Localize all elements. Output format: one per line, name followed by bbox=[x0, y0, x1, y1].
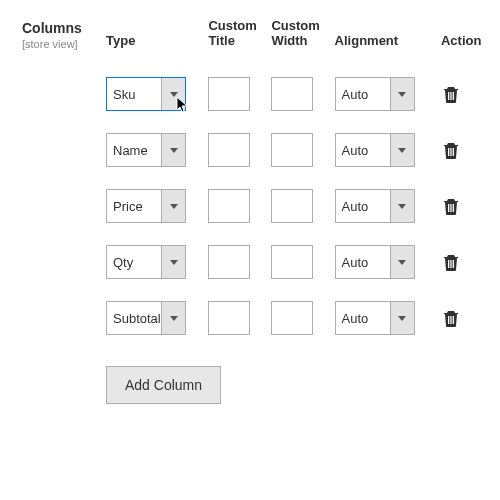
alignment-select-value: Auto bbox=[336, 190, 390, 222]
alignment-select[interactable]: Auto bbox=[335, 189, 415, 223]
mouse-cursor bbox=[176, 96, 190, 114]
type-select[interactable]: Price bbox=[106, 189, 186, 223]
svg-rect-3 bbox=[448, 148, 449, 156]
alignment-select[interactable]: Auto bbox=[335, 133, 415, 167]
svg-rect-7 bbox=[450, 204, 451, 212]
header-type: Type bbox=[100, 18, 202, 66]
alignment-select-value: Auto bbox=[336, 246, 390, 278]
custom-width-input[interactable] bbox=[271, 301, 313, 335]
chevron-down-icon[interactable] bbox=[390, 134, 414, 166]
svg-rect-8 bbox=[453, 204, 454, 212]
table-row: PriceAuto bbox=[100, 178, 490, 234]
trash-icon bbox=[443, 197, 459, 215]
trash-icon bbox=[443, 309, 459, 327]
type-select[interactable]: Sku bbox=[106, 77, 186, 111]
chevron-down-icon[interactable] bbox=[390, 78, 414, 110]
header-custom-width: Custom Width bbox=[265, 18, 328, 66]
delete-row-button[interactable] bbox=[443, 85, 459, 103]
delete-row-button[interactable] bbox=[443, 309, 459, 327]
delete-row-button[interactable] bbox=[443, 253, 459, 271]
type-select[interactable]: Name bbox=[106, 133, 186, 167]
chevron-down-icon[interactable] bbox=[390, 302, 414, 334]
trash-icon bbox=[443, 253, 459, 271]
svg-rect-12 bbox=[448, 316, 449, 324]
alignment-select-value: Auto bbox=[336, 78, 390, 110]
chevron-down-icon[interactable] bbox=[161, 134, 185, 166]
svg-rect-0 bbox=[448, 92, 449, 100]
delete-row-button[interactable] bbox=[443, 141, 459, 159]
section-scope: [store view] bbox=[22, 38, 100, 50]
svg-rect-2 bbox=[453, 92, 454, 100]
type-select-value: Qty bbox=[107, 246, 161, 278]
svg-rect-1 bbox=[450, 92, 451, 100]
chevron-down-icon[interactable] bbox=[161, 190, 185, 222]
custom-width-input[interactable] bbox=[271, 77, 313, 111]
alignment-select[interactable]: Auto bbox=[335, 245, 415, 279]
svg-rect-6 bbox=[448, 204, 449, 212]
table-row: NameAuto bbox=[100, 122, 490, 178]
type-select-value: Price bbox=[107, 190, 161, 222]
svg-rect-5 bbox=[453, 148, 454, 156]
trash-icon bbox=[443, 141, 459, 159]
alignment-select[interactable]: Auto bbox=[335, 77, 415, 111]
chevron-down-icon[interactable] bbox=[161, 246, 185, 278]
custom-title-input[interactable] bbox=[208, 245, 250, 279]
alignment-select-value: Auto bbox=[336, 134, 390, 166]
header-alignment: Alignment bbox=[329, 18, 431, 66]
type-select[interactable]: Qty bbox=[106, 245, 186, 279]
custom-width-input[interactable] bbox=[271, 189, 313, 223]
chevron-down-icon[interactable] bbox=[161, 78, 185, 110]
svg-rect-11 bbox=[453, 260, 454, 268]
type-select-value: Subtotal bbox=[107, 302, 161, 334]
custom-width-input[interactable] bbox=[271, 245, 313, 279]
type-select[interactable]: Subtotal bbox=[106, 301, 186, 335]
add-column-button[interactable]: Add Column bbox=[106, 366, 221, 404]
table-row: QtyAuto bbox=[100, 234, 490, 290]
svg-rect-9 bbox=[448, 260, 449, 268]
custom-title-input[interactable] bbox=[208, 301, 250, 335]
header-action: Action bbox=[431, 18, 490, 66]
custom-title-input[interactable] bbox=[208, 133, 250, 167]
columns-table: Type Custom Title Custom Width Alignment… bbox=[100, 18, 490, 415]
trash-icon bbox=[443, 85, 459, 103]
svg-rect-4 bbox=[450, 148, 451, 156]
table-row: SubtotalAuto bbox=[100, 290, 490, 346]
table-row: SkuAuto bbox=[100, 66, 490, 122]
custom-title-input[interactable] bbox=[208, 77, 250, 111]
svg-rect-10 bbox=[450, 260, 451, 268]
custom-width-input[interactable] bbox=[271, 133, 313, 167]
header-custom-title: Custom Title bbox=[202, 18, 265, 66]
svg-rect-14 bbox=[453, 316, 454, 324]
chevron-down-icon[interactable] bbox=[161, 302, 185, 334]
custom-title-input[interactable] bbox=[208, 189, 250, 223]
chevron-down-icon[interactable] bbox=[390, 246, 414, 278]
chevron-down-icon[interactable] bbox=[390, 190, 414, 222]
delete-row-button[interactable] bbox=[443, 197, 459, 215]
alignment-select-value: Auto bbox=[336, 302, 390, 334]
section-title: Columns bbox=[22, 20, 100, 36]
svg-rect-13 bbox=[450, 316, 451, 324]
type-select-value: Name bbox=[107, 134, 161, 166]
type-select-value: Sku bbox=[107, 78, 161, 110]
alignment-select[interactable]: Auto bbox=[335, 301, 415, 335]
